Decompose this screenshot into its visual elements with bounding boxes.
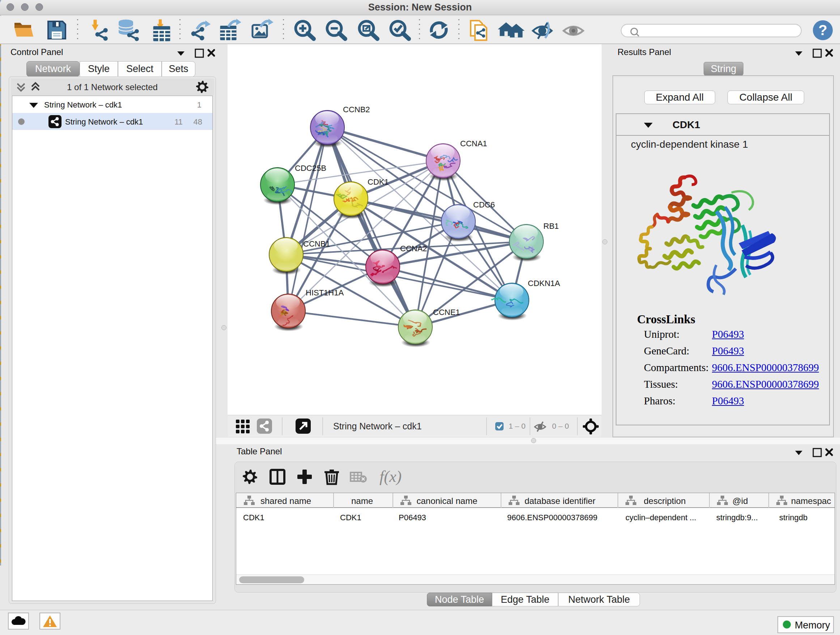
svg-text:CCNB2: CCNB2 [343, 105, 370, 114]
svg-text:CDK1: CDK1 [368, 177, 389, 187]
svg-text:CDC6: CDC6 [473, 200, 495, 209]
svg-text:f(x): f(x) [379, 468, 401, 486]
svg-text:HIST1H1A: HIST1H1A [306, 288, 344, 297]
svg-text:CCNB1: CCNB1 [303, 239, 330, 249]
svg-text:RB1: RB1 [543, 222, 559, 231]
svg-text:CCNA1: CCNA1 [460, 139, 487, 148]
svg-text:CCNA2: CCNA2 [400, 244, 427, 253]
svg-text:CDKN1A: CDKN1A [528, 279, 561, 288]
svg-text:CCNE1: CCNE1 [433, 308, 460, 317]
svg-text:CDC25B: CDC25B [295, 164, 326, 173]
